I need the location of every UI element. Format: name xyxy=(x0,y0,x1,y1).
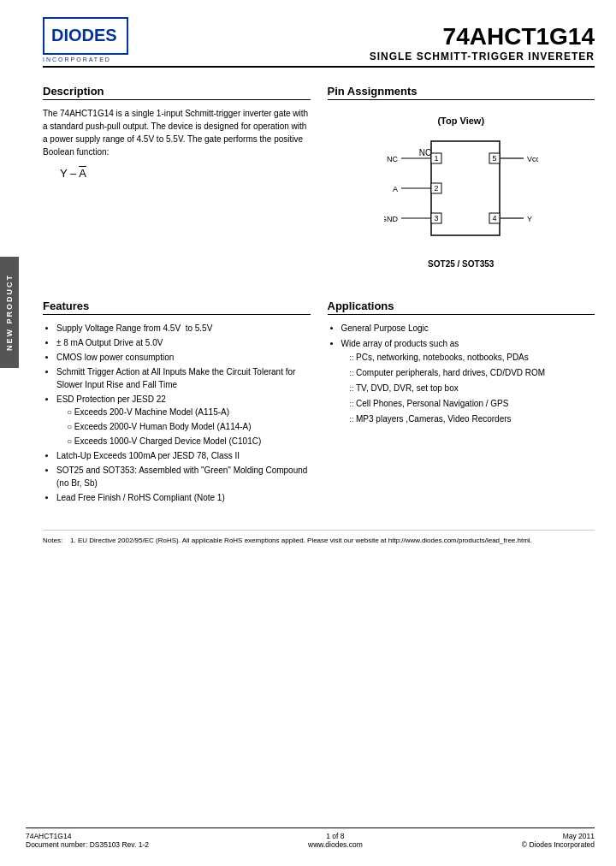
header-right: 74AHCT1G14 SINGLE SCHMITT-TRIGGER INVERE… xyxy=(370,23,595,62)
description-section: Description The 74AHCT1G14 is a single 1… xyxy=(43,78,311,284)
description-title: Description xyxy=(43,85,311,100)
feature-item: Lead Free Finish / RoHS Compliant (Note … xyxy=(56,491,311,504)
subtitle: SINGLE SCHMITT-TRIGGER INVERETER xyxy=(370,50,595,62)
footer-date: May 2011 xyxy=(522,832,595,840)
svg-text:DIODES: DIODES xyxy=(51,26,117,44)
app-item: Wide array of products such as PCs, netw… xyxy=(341,337,595,426)
notes-label: Notes: xyxy=(43,537,62,544)
notes-text: 1. EU Directive 2002/95/EC (RoHS). All a… xyxy=(70,537,532,544)
esd-sub-list: Exceeds 200-V Machine Model (A115-A) Exc… xyxy=(56,406,311,448)
feature-item: Supply Voltage Range from 4.5V to 5.5V xyxy=(56,322,311,335)
app-sub-item: PCs, networking, notebooks, notbooks, PD… xyxy=(350,351,595,365)
features-title: Features xyxy=(43,300,311,315)
notes-section: Notes: 1. EU Directive 2002/95/EC (RoHS)… xyxy=(43,530,595,545)
header: DIODES INCORPORATED 74AHCT1G14 SINGLE SC… xyxy=(43,17,595,62)
pin-diagram-svg: NC NC 1 A 2 GND 3 xyxy=(384,133,538,252)
feature-item: Schmitt Trigger Action at All Inputs Mak… xyxy=(56,365,311,391)
pin-assignments-section: Pin Assignments (Top View) NC NC 1 xyxy=(328,78,595,284)
applications-title: Applications xyxy=(328,300,595,315)
app-sub-item: TV, DVD, DVR, set top box xyxy=(350,382,595,395)
svg-text:2: 2 xyxy=(434,184,438,193)
app-sub-item: Cell Phones, Personal Navigation / GPS xyxy=(350,397,595,411)
svg-text:5: 5 xyxy=(492,154,496,163)
logo-box: DIODES xyxy=(43,17,128,55)
footer-copyright: © Diodes Incorporated xyxy=(522,840,595,849)
top-view-label: (Top View) xyxy=(437,116,484,126)
logo-sub: INCORPORATED xyxy=(43,56,128,62)
description-body: The 74AHCT1G14 is a single 1-input Schmi… xyxy=(43,107,311,158)
top-two-col: Description The 74AHCT1G14 is a single 1… xyxy=(43,78,595,284)
formula-a: A xyxy=(79,167,86,180)
formula: Y – A xyxy=(60,167,311,180)
app-sub-list: PCs, networking, notebooks, notbooks, PD… xyxy=(341,351,595,426)
footer-url: www.diodes.com xyxy=(308,840,363,849)
formula-dash: – xyxy=(70,167,79,180)
svg-text:1: 1 xyxy=(434,154,438,163)
side-tab: NEW PRODUCT xyxy=(0,257,19,368)
svg-text:3: 3 xyxy=(434,214,438,222)
features-section: Features Supply Voltage Range from 4.5V … xyxy=(43,293,311,513)
side-tab-label: NEW PRODUCT xyxy=(5,274,14,351)
footer-page: 1 of 8 xyxy=(308,832,363,840)
svg-text:NC: NC xyxy=(419,148,431,157)
bottom-two-col: Features Supply Voltage Range from 4.5V … xyxy=(43,293,595,513)
diodes-logo-icon: DIODES xyxy=(51,22,120,50)
feature-item: ESD Protection per JESD 22 Exceeds 200-V… xyxy=(56,393,311,448)
svg-text:Y: Y xyxy=(527,215,532,223)
app-sub-item: MP3 players ,Cameras, Video Recorders xyxy=(350,412,595,426)
feature-item: SOT25 and SOT353: Assembled with "Green"… xyxy=(56,464,311,489)
part-number: 74AHCT1G14 xyxy=(370,23,595,50)
applications-section: Applications General Purpose Logic Wide … xyxy=(328,293,595,513)
footer-doc-number: Document number: DS35103 Rev. 1-2 xyxy=(26,840,149,849)
esd-item: Exceeds 1000-V Charged Device Model (C10… xyxy=(67,435,311,448)
footer-left: 74AHCT1G14 Document number: DS35103 Rev.… xyxy=(26,832,149,849)
footer: 74AHCT1G14 Document number: DS35103 Rev.… xyxy=(26,827,595,849)
header-divider xyxy=(43,66,595,68)
svg-text:Vcc: Vcc xyxy=(527,155,538,163)
sot-label: SOT25 / SOT353 xyxy=(428,259,494,269)
feature-item: Latch-Up Exceeds 100mA per JESD 78, Clas… xyxy=(56,449,311,462)
svg-text:4: 4 xyxy=(492,214,496,222)
esd-item: Exceeds 2000-V Human Body Model (A114-A) xyxy=(67,420,311,433)
footer-right: May 2011 © Diodes Incorporated xyxy=(522,832,595,849)
svg-text:GND: GND xyxy=(384,215,399,223)
app-sub-item: Computer peripherals, hard drives, CD/DV… xyxy=(350,366,595,380)
feature-item: CMOS low power consumption xyxy=(56,351,311,364)
pin-assignments-title: Pin Assignments xyxy=(328,85,595,100)
formula-y: Y xyxy=(60,167,67,180)
esd-item: Exceeds 200-V Machine Model (A115-A) xyxy=(67,406,311,418)
footer-center: 1 of 8 www.diodes.com xyxy=(308,832,363,849)
applications-list: General Purpose Logic Wide array of prod… xyxy=(328,322,595,426)
footer-part-number: 74AHCT1G14 xyxy=(26,832,149,840)
svg-text:NC: NC xyxy=(387,155,398,163)
features-list: Supply Voltage Range from 4.5V to 5.5V ±… xyxy=(43,322,311,504)
svg-text:A: A xyxy=(393,185,398,193)
logo-area: DIODES INCORPORATED xyxy=(43,17,128,62)
pin-diagram: (Top View) NC NC 1 A xyxy=(328,107,595,277)
feature-item: ± 8 mA Output Drive at 5.0V xyxy=(56,336,311,349)
app-item: General Purpose Logic xyxy=(341,322,595,335)
